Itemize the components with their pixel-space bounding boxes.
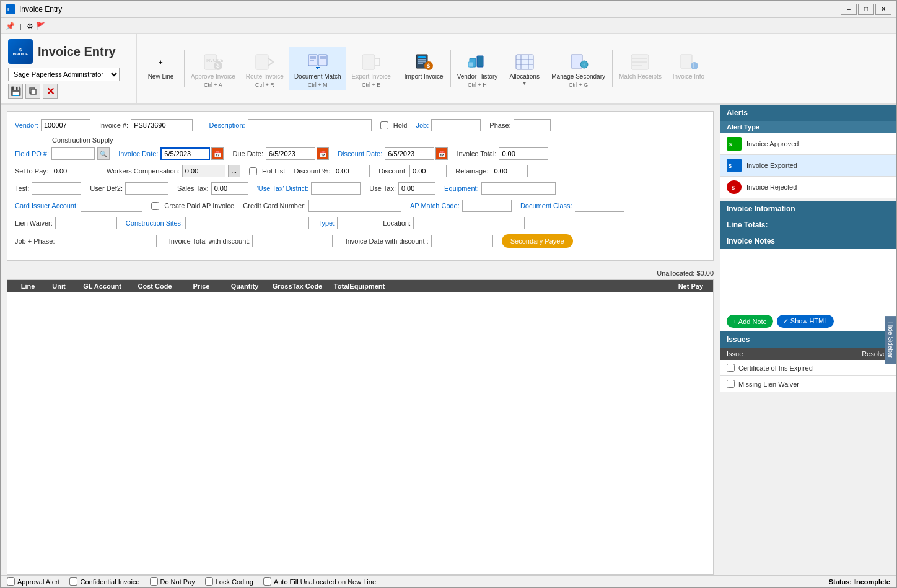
- add-note-button[interactable]: + Add Note: [727, 315, 773, 328]
- vendor-label[interactable]: Vendor:: [15, 121, 38, 129]
- manage-secondary-button[interactable]: + Manage Secondary Ctrl + G: [546, 47, 611, 90]
- field-po-lookup-button[interactable]: 🔍: [97, 147, 110, 160]
- hot-list-checkbox[interactable]: [249, 167, 257, 175]
- invoice-total-discount-input[interactable]: [252, 235, 333, 247]
- export-shortcut: Ctrl + E: [362, 82, 380, 88]
- alert-exported[interactable]: $ Invoice Exported: [720, 155, 896, 177]
- phase-input[interactable]: [514, 119, 551, 131]
- type-label[interactable]: Type:: [318, 219, 335, 227]
- vendor-history-button[interactable]: Vendor History Ctrl + H: [452, 47, 504, 90]
- delete-button[interactable]: ✕: [43, 84, 58, 99]
- description-input[interactable]: [248, 119, 372, 131]
- maximize-button[interactable]: □: [858, 4, 874, 15]
- issue-2-checkbox[interactable]: [727, 380, 735, 388]
- vendor-input[interactable]: [41, 119, 90, 131]
- document-class-input[interactable]: [575, 200, 624, 212]
- invoice-notes-header: Invoice Notes: [720, 233, 896, 249]
- invoice-date-discount-input[interactable]: [431, 235, 493, 247]
- lien-waiver-input[interactable]: [55, 217, 117, 229]
- location-input[interactable]: [413, 217, 525, 229]
- import-label: Import Invoice: [405, 73, 444, 81]
- card-issuer-label[interactable]: Card Issuer Account:: [15, 202, 78, 209]
- copy-button[interactable]: [25, 84, 40, 99]
- field-po-input[interactable]: [51, 147, 95, 160]
- approve-invoice-button[interactable]: INVOICE$ Approve Invoice Ctrl + A: [186, 47, 241, 90]
- use-tax-input[interactable]: [398, 182, 435, 195]
- do-not-pay-checkbox[interactable]: [150, 577, 158, 586]
- construction-sites-label[interactable]: Construction Sites:: [126, 219, 183, 227]
- match-receipts-button[interactable]: Match Receipts: [614, 47, 667, 90]
- equipment-label[interactable]: Equipment:: [444, 185, 479, 192]
- pin-icon[interactable]: 📌: [6, 22, 15, 30]
- user-def2-input[interactable]: [125, 182, 168, 195]
- invoice-notes-area[interactable]: [720, 249, 896, 311]
- sales-tax-input[interactable]: [211, 182, 248, 195]
- close-button[interactable]: ✕: [875, 4, 891, 15]
- invoice-total-input[interactable]: [499, 147, 548, 160]
- field-po-label[interactable]: Field PO #:: [15, 150, 49, 157]
- discount-pct-label: Discount %:: [294, 167, 330, 175]
- new-line-button[interactable]: + New Line: [139, 47, 183, 90]
- document-match-shortcut: Ctrl + M: [308, 82, 328, 88]
- invoice-date-discount-label: Invoice Date with discount :: [346, 237, 429, 245]
- gear-icon[interactable]: ⚙: [27, 22, 33, 30]
- ap-match-input[interactable]: [462, 200, 512, 212]
- alert-rejected[interactable]: $ Invoice Rejected: [720, 177, 896, 198]
- construction-sites-input[interactable]: [185, 217, 309, 229]
- document-match-button[interactable]: Document Match Ctrl + M: [289, 47, 347, 90]
- use-tax-district-input[interactable]: [311, 182, 361, 195]
- issues-columns-header: Issue Resolved: [720, 348, 896, 360]
- secondary-payee-button[interactable]: Secondary Payee: [502, 234, 573, 248]
- workers-comp-input[interactable]: [182, 165, 225, 177]
- confidential-invoice-checkbox[interactable]: [69, 577, 77, 586]
- hold-checkbox[interactable]: [380, 121, 388, 129]
- import-invoice-button[interactable]: $ Import Invoice: [400, 47, 449, 90]
- show-html-button[interactable]: ✓ Show HTML: [777, 315, 834, 328]
- lock-coding-checkbox[interactable]: [205, 577, 213, 586]
- job-label[interactable]: Job:: [416, 121, 429, 129]
- discount-date-calendar-button[interactable]: 📅: [435, 147, 448, 160]
- auto-fill-checkbox[interactable]: [263, 577, 271, 586]
- invoice-date-label[interactable]: Invoice Date:: [118, 150, 158, 157]
- discount-input[interactable]: [409, 165, 447, 177]
- equipment-input[interactable]: [481, 182, 556, 195]
- workers-comp-lookup-button[interactable]: …: [228, 165, 240, 177]
- confidential-invoice-label: Confidential Invoice: [80, 578, 139, 586]
- job-input[interactable]: [431, 119, 481, 131]
- use-tax-district-label[interactable]: 'Use Tax' District:: [257, 185, 308, 192]
- hide-sidebar-button[interactable]: Hide Sidebar: [885, 316, 896, 364]
- document-class-label[interactable]: Document Class:: [520, 202, 572, 209]
- discount-pct-input[interactable]: [333, 165, 370, 177]
- retainage-input[interactable]: [491, 165, 528, 177]
- allocations-button[interactable]: Allocations ▼: [503, 47, 546, 90]
- route-invoice-button[interactable]: Route Invoice Ctrl + R: [241, 47, 289, 90]
- credit-card-input[interactable]: [308, 200, 401, 212]
- export-invoice-button[interactable]: Export Invoice Ctrl + E: [346, 47, 396, 90]
- ap-match-label[interactable]: AP Match Code:: [410, 202, 460, 209]
- due-date-input[interactable]: [266, 147, 315, 160]
- minimize-button[interactable]: –: [841, 4, 857, 15]
- set-to-pay-input[interactable]: [51, 165, 94, 177]
- alert-approved[interactable]: $ Invoice Approved: [720, 133, 896, 155]
- job-phase-input[interactable]: [58, 235, 157, 247]
- create-paid-checkbox[interactable]: [151, 202, 159, 210]
- invoice-date-calendar-button[interactable]: 📅: [211, 147, 224, 160]
- approval-alert-checkbox[interactable]: [7, 577, 15, 586]
- flag-icon[interactable]: 🚩: [36, 22, 45, 30]
- due-date-calendar-button[interactable]: 📅: [317, 147, 329, 160]
- invoice-date-input[interactable]: [160, 147, 210, 160]
- user-dropdown[interactable]: Sage Paperless Administrator: [8, 68, 120, 81]
- invoice-num-input[interactable]: [131, 119, 193, 131]
- card-issuer-input[interactable]: [81, 200, 142, 212]
- discount-date-input[interactable]: [385, 147, 434, 160]
- job-phase-label: Job + Phase:: [15, 237, 55, 245]
- save-button[interactable]: 💾: [8, 84, 23, 99]
- issue-2-text: Missing Lien Waiver: [738, 380, 799, 388]
- invoice-info-button[interactable]: i Invoice Info: [667, 47, 711, 90]
- issue-1-checkbox[interactable]: [727, 364, 735, 372]
- discount-date-label[interactable]: Discount Date:: [338, 150, 382, 157]
- allocations-icon: [515, 52, 535, 72]
- description-label[interactable]: Description:: [209, 121, 245, 129]
- type-input[interactable]: [337, 217, 374, 229]
- test-input[interactable]: [32, 182, 81, 195]
